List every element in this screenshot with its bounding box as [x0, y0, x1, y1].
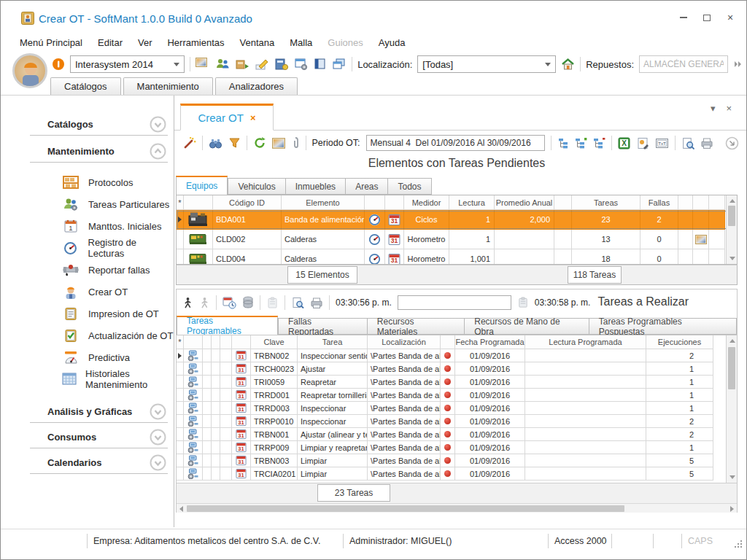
task-row[interactable]: TRRD003 Inspeccionar \Partes Banda de al…: [177, 402, 737, 415]
menu-editar[interactable]: Editar: [98, 37, 123, 52]
image-tool-icon[interactable]: [196, 58, 210, 71]
calendar-icon[interactable]: [236, 468, 247, 479]
sidebar-item-tareas-particulares[interactable]: Tareas Particulares: [1, 193, 174, 215]
schedule-icon[interactable]: [222, 296, 236, 309]
menu-ayuda[interactable]: Ayuda: [379, 37, 406, 52]
switch-window-icon[interactable]: [332, 58, 347, 71]
periodo-field[interactable]: [366, 135, 546, 151]
task-row[interactable]: TRRD001 Reapretar tornilleria \Partes Ba…: [177, 389, 737, 402]
close-button[interactable]: ×: [724, 12, 736, 23]
task-row[interactable]: TRBN003 Limpiar \Partes Banda de ali... …: [177, 454, 737, 467]
repuestos-field[interactable]: [639, 55, 728, 73]
tab-inmuebles[interactable]: Inmuebles: [285, 178, 345, 195]
sidebar-item-reportar-fallas[interactable]: Reportar fallas: [1, 259, 174, 281]
tab-close-icon[interactable]: ×: [250, 112, 256, 123]
tab-tareas-pospuestas[interactable]: Tareas Programables Pospuestas: [589, 318, 737, 335]
expand-down-icon[interactable]: [150, 116, 166, 133]
tab-areas[interactable]: Areas: [345, 178, 387, 195]
refresh-icon[interactable]: [253, 136, 266, 149]
resize-grip[interactable]: [733, 539, 742, 548]
sidebar-section-calendarios[interactable]: Calendarios: [1, 451, 174, 473]
grid-corner[interactable]: *: [177, 195, 184, 210]
menu-ver[interactable]: Ver: [138, 37, 152, 52]
col-promedio[interactable]: Promedio Anual: [495, 195, 554, 210]
calendar-icon[interactable]: [236, 350, 247, 361]
tab-equipos[interactable]: Equipos: [176, 176, 228, 195]
edit-pencil-icon[interactable]: [255, 58, 269, 71]
attachment-icon[interactable]: [291, 136, 300, 149]
tree-expand-icon[interactable]: [575, 137, 587, 149]
tree-collapse-icon[interactable]: [593, 137, 605, 149]
tab-recursos-materiales[interactable]: Recursos Materiales: [367, 318, 464, 335]
calendar-icon[interactable]: [236, 416, 247, 427]
image-export-icon[interactable]: [637, 137, 649, 149]
calendar-icon[interactable]: [236, 402, 247, 413]
ribbon-tab-analizadores[interactable]: Analizadores: [215, 77, 298, 95]
ribbon-tab-catalogos[interactable]: Catálogos: [50, 77, 121, 95]
home-icon[interactable]: [561, 58, 575, 71]
sidebar-item-crear-ot[interactable]: Crear OT: [1, 281, 174, 303]
database-icon[interactable]: [242, 296, 254, 309]
sidebar-item-predictiva[interactable]: Predictiva: [1, 346, 174, 368]
magic-wand-icon[interactable]: [183, 136, 196, 149]
col-tareas[interactable]: Tareas: [572, 195, 640, 210]
task-row[interactable]: TRRP009 Limpiar y reapretar ... \Partes …: [177, 441, 737, 454]
col-clave[interactable]: Clave: [251, 335, 298, 349]
element-row[interactable]: CLD004 Calderas Horometro 1,001 18 0: [177, 249, 737, 265]
tasks-horizontal-scrollbar[interactable]: [177, 503, 737, 513]
ribbon-tab-mantenimiento[interactable]: Mantenimiento: [123, 77, 213, 95]
print-preview-icon[interactable]: [681, 137, 694, 149]
tab-list-chevron-icon[interactable]: ▾: [711, 103, 716, 114]
tab-recursos-mano-obra[interactable]: Recursos de Mano de Obra: [464, 318, 588, 335]
gauge-icon[interactable]: [368, 214, 381, 226]
sidebar-section-catalogos[interactable]: Catálogos: [1, 113, 174, 135]
tree-list-icon[interactable]: [557, 137, 569, 149]
txt-export-icon[interactable]: TxT: [655, 137, 669, 149]
inventory-icon[interactable]: [235, 58, 249, 71]
excel-export-icon[interactable]: X: [618, 137, 631, 149]
gauge-icon[interactable]: [368, 233, 381, 246]
sidebar-item-actualizacion-ot[interactable]: Actualización de OT: [1, 324, 174, 346]
tab-tareas-programables[interactable]: Tareas Programables: [177, 316, 278, 335]
task-row[interactable]: TRRP0010 Inspeccionar \Partes Banda de a…: [177, 415, 737, 428]
binoculars-icon[interactable]: [209, 137, 222, 149]
run-icon[interactable]: [182, 297, 193, 309]
user-avatar[interactable]: [12, 53, 47, 88]
calendar-icon[interactable]: [236, 389, 247, 400]
menu-menu-principal[interactable]: Menú Principal: [20, 37, 82, 52]
expand-down-icon[interactable]: [150, 429, 166, 446]
panel-icon[interactable]: [314, 58, 327, 71]
calendar-icon[interactable]: [388, 214, 400, 226]
calendar-icon[interactable]: [236, 442, 247, 453]
menu-herramientas[interactable]: Herramientas: [167, 37, 224, 52]
sidebar-item-manttos-iniciales[interactable]: 1 Manttos. Iniciales: [1, 215, 174, 237]
tab-strip-close-icon[interactable]: ×: [726, 103, 732, 114]
sidebar-section-mantenimiento[interactable]: Mantenimiento: [1, 140, 174, 162]
col-lectura[interactable]: Lectura: [449, 195, 495, 210]
calendar-icon[interactable]: [388, 253, 400, 265]
col-medidor[interactable]: Medidor: [404, 195, 449, 210]
col-localizacion[interactable]: Localización: [368, 335, 441, 349]
element-row[interactable]: CLD002 Calderas Horometro 1 13 0: [177, 230, 737, 249]
calendar-icon[interactable]: [236, 455, 247, 466]
minimize-button[interactable]: [678, 12, 689, 23]
task-row[interactable]: TRCH0023 Ajustar \Partes Banda de ali...…: [177, 362, 737, 376]
col-fecha-programada[interactable]: Fecha Programada: [455, 335, 525, 349]
task-row[interactable]: TRBN001 Ajustar (alinear y te... \Partes…: [177, 428, 737, 441]
task-row[interactable]: TRCIA0201 Limpiar \Partes Banda de ali..…: [177, 467, 737, 481]
print-icon[interactable]: [310, 297, 323, 309]
paste-icon[interactable]: [517, 297, 529, 308]
sidebar-item-protocolos[interactable]: Protocolos: [1, 171, 174, 193]
col-tarea[interactable]: Tarea: [298, 335, 368, 349]
elements-vertical-scrollbar[interactable]: [726, 195, 737, 264]
scroll-hint-icon[interactable]: [725, 136, 739, 150]
menu-ventana[interactable]: Ventana: [240, 37, 275, 52]
filter-icon[interactable]: [228, 137, 241, 149]
gauge-icon[interactable]: [368, 253, 381, 265]
tasks-search-input[interactable]: [398, 295, 511, 310]
sidebar-item-historiales[interactable]: Historiales Mantenimiento: [1, 368, 174, 390]
alert-icon[interactable]: [52, 58, 65, 71]
expand-right-icon[interactable]: [733, 61, 742, 68]
col-fallas[interactable]: Fallas: [640, 195, 678, 210]
tab-fallas-reportadas[interactable]: Fallas Reportadas: [278, 318, 367, 335]
